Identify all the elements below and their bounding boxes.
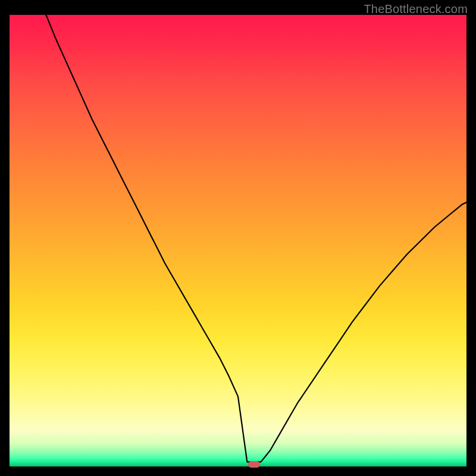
plot-area [10, 15, 466, 466]
chart-frame: TheBottleneck.com [0, 0, 476, 476]
optimal-point-marker [248, 461, 260, 468]
watermark-text: TheBottleneck.com [364, 2, 468, 16]
bottleneck-curve [10, 15, 466, 466]
